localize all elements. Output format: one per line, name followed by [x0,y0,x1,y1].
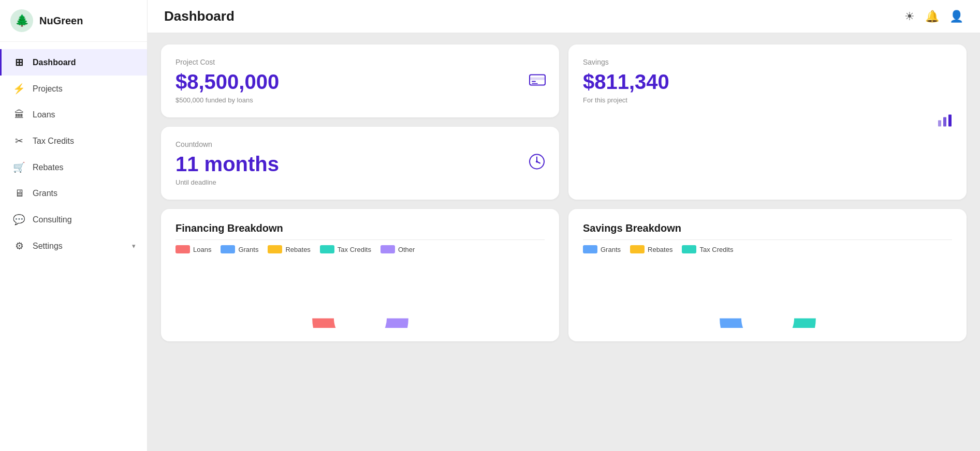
loans-nav-icon: 🏛 [13,109,25,121]
savings-breakdown-title: Savings Breakdown [583,222,952,240]
legend-item-rebates: Rebates [268,245,310,253]
legend-swatch [175,245,190,253]
content-grid: Project Cost $8,500,000 $500,000 funded … [148,33,980,451]
legend-swatch [583,245,597,253]
sidebar-label-rebates: Rebates [33,163,64,172]
bell-icon[interactable]: 🔔 [925,10,939,23]
legend-label: Rebates [285,246,310,253]
project-cost-card: Project Cost $8,500,000 $500,000 funded … [161,44,559,117]
rebates-nav-icon: 🛒 [13,161,25,173]
financing-breakdown-card: Financing Breakdown LoansGrantsRebatesTa… [161,209,559,341]
sidebar-label-taxcredits: Tax Credits [33,137,74,146]
svg-rect-1 [530,77,545,80]
sidebar-item-grants[interactable]: 🖥 Grants [0,181,147,206]
sun-icon[interactable]: ☀ [904,10,915,23]
savings-sub: For this project [583,96,952,104]
nav-list: ⊞ Dashboard ⚡ Projects 🏛 Loans ✂ Tax Cre… [0,42,147,451]
countdown-label: Countdown [175,140,545,148]
financing-pie-chart [298,261,422,328]
settings-nav-icon: ⚙ [13,240,25,252]
chart-row: Financing Breakdown LoansGrantsRebatesTa… [161,209,967,341]
consulting-nav-icon: 💬 [13,214,25,226]
legend-label: Grants [238,246,258,253]
svg-rect-5 [943,117,946,127]
financing-pie-container [175,261,545,328]
legend-label: Loans [193,246,211,253]
sidebar-header: 🌲 NuGreen [0,0,147,42]
legend-swatch [630,245,645,253]
sidebar-label-consulting: Consulting [33,215,72,224]
savings-icon [937,113,953,131]
pie-segment-other [368,318,408,328]
user-icon[interactable]: 👤 [949,10,963,23]
legend-item-loans: Loans [175,245,211,253]
topbar: Dashboard ☀ 🔔 👤 [148,0,980,33]
sidebar-item-taxcredits[interactable]: ✂ Tax Credits [0,128,147,154]
legend-item-tax-credits: Tax Credits [682,245,733,253]
sidebar-label-projects: Projects [33,84,63,94]
countdown-value: 11 months [175,153,545,175]
legend-label: Rebates [648,246,672,253]
grants-nav-icon: 🖥 [13,188,25,199]
legend-swatch [221,245,235,253]
legend-item-rebates: Rebates [630,245,672,253]
taxcredits-nav-icon: ✂ [13,135,25,147]
legend-item-other: Other [381,245,415,253]
legend-swatch [268,245,282,253]
main-area: Dashboard ☀ 🔔 👤 Project Cost $8,500,000 … [148,0,980,451]
sidebar-item-consulting[interactable]: 💬 Consulting [0,206,147,233]
svg-point-10 [536,160,538,162]
logo-emoji: 🌲 [15,14,29,27]
sidebar: 🌲 NuGreen ⊞ Dashboard ⚡ Projects 🏛 Loans… [0,0,148,451]
countdown-card: Countdown 11 months Until deadline [161,127,559,200]
svg-rect-4 [938,121,941,127]
savings-pie-container [583,261,952,328]
project-cost-value: $8,500,000 [175,70,545,93]
financing-breakdown-title: Financing Breakdown [175,222,545,240]
projects-nav-icon: ⚡ [13,83,25,95]
savings-pie-chart [706,261,830,328]
savings-card: Savings $811,340 For this project [568,44,967,200]
page-title: Dashboard [164,8,235,24]
sidebar-item-rebates[interactable]: 🛒 Rebates [0,154,147,181]
savings-label: Savings [583,58,952,66]
savings-value: $811,340 [583,70,952,93]
legend-label: Tax Credits [699,246,733,253]
legend-item-grants: Grants [583,245,621,253]
app-name: NuGreen [39,15,83,27]
project-cost-sub: $500,000 funded by loans [175,96,545,104]
project-cost-icon [529,72,546,90]
countdown-sub: Until deadline [175,178,545,186]
sidebar-item-loans[interactable]: 🏛 Loans [0,102,147,128]
sidebar-label-dashboard: Dashboard [33,58,76,67]
sidebar-item-projects[interactable]: ⚡ Projects [0,76,147,102]
sidebar-item-settings[interactable]: ⚙ Settings ▾ [0,233,147,259]
settings-chevron: ▾ [132,242,136,250]
legend-swatch [381,245,395,253]
topbar-actions: ☀ 🔔 👤 [904,10,963,23]
dashboard-nav-icon: ⊞ [13,56,25,68]
legend-item-grants: Grants [221,245,258,253]
legend-label: Tax Credits [338,246,371,253]
legend-item-tax-credits: Tax Credits [320,245,371,253]
countdown-icon [528,153,546,174]
legend-label: Grants [601,246,621,253]
sidebar-label-grants: Grants [33,189,57,198]
sidebar-label-settings: Settings [33,242,63,251]
pie-segment-tax-credits [789,318,816,328]
legend-label: Other [398,246,415,253]
sidebar-label-loans: Loans [33,110,55,119]
pie-segment-grants [720,318,749,328]
sidebar-item-dashboard[interactable]: ⊞ Dashboard [0,49,147,76]
app-logo: 🌲 [10,9,33,32]
legend-swatch [320,245,334,253]
savings-legend: GrantsRebatesTax Credits [583,245,952,253]
svg-rect-6 [948,115,952,127]
savings-breakdown-card: Savings Breakdown GrantsRebatesTax Credi… [568,209,967,341]
pie-segment-loans [312,318,338,328]
project-cost-label: Project Cost [175,58,545,66]
legend-swatch [682,245,696,253]
financing-legend: LoansGrantsRebatesTax CreditsOther [175,245,545,253]
